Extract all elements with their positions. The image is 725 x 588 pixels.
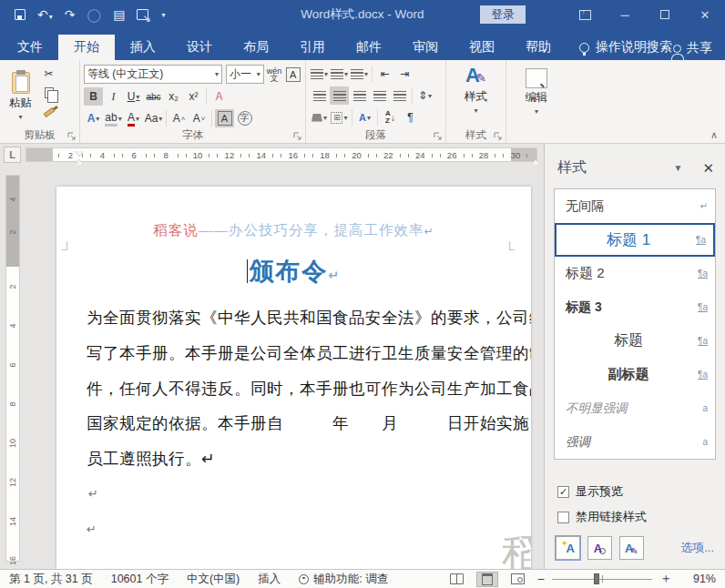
style-list-item[interactable]: 副标题 ¶a xyxy=(555,358,715,391)
ribbon-tab[interactable]: 帮助 xyxy=(510,35,567,60)
ribbon-tab[interactable]: 布局 xyxy=(228,35,284,60)
insert-mode-indicator[interactable]: 插入 xyxy=(258,572,281,587)
accessibility-status[interactable]: 辅助功能: 调查 xyxy=(299,572,388,587)
horizontal-ruler[interactable]: 24681012141618202224262830 xyxy=(26,147,537,162)
page-indicator[interactable]: 第 1 页, 共 31 页 xyxy=(9,572,93,587)
paste-button[interactable]: 粘贴 ▾ xyxy=(4,63,37,128)
paste-dropdown-icon[interactable]: ▾ xyxy=(18,113,22,121)
styles-gallery-button[interactable]: A✎ 样式 ▾ xyxy=(450,63,502,117)
zoom-slider-thumb[interactable] xyxy=(594,573,599,584)
sort-button[interactable]: AZ↓ xyxy=(381,108,400,127)
grow-font-button[interactable]: A˄ xyxy=(169,109,189,127)
superscript-button[interactable]: x² xyxy=(184,87,203,106)
tell-me-search[interactable]: 操作说明搜索 xyxy=(579,35,672,60)
hanging-indent-marker[interactable] xyxy=(75,159,84,165)
format-painter-icon[interactable] xyxy=(39,103,58,121)
print-layout-icon[interactable] xyxy=(476,572,498,587)
multilevel-list-button[interactable]: ▾ xyxy=(350,65,369,83)
distribute-button[interactable] xyxy=(390,86,409,105)
styles-options-link[interactable]: 选项... xyxy=(680,540,714,556)
clear-formatting-icon[interactable]: A xyxy=(209,87,229,106)
editing-button[interactable]: 编辑 ▾ xyxy=(510,63,563,117)
clipboard-dialog-launcher[interactable] xyxy=(67,132,77,141)
body-line[interactable]: 件，任何人不得违反。同时，本手册也可作为公司生产加工食品符合 xyxy=(87,371,511,407)
ribbon-tab[interactable]: 插入 xyxy=(115,35,171,60)
style-list-item[interactable]: 强调 a xyxy=(555,425,715,459)
asian-layout-button[interactable]: A▾ xyxy=(355,108,374,127)
undo-dropdown-icon[interactable]: ▾ xyxy=(49,13,53,21)
zoom-in-icon[interactable]: ＋ xyxy=(659,571,672,587)
ribbon-display-options-button[interactable] xyxy=(565,0,605,29)
document-page[interactable]: 稻客说——办公技巧分享，提高工作效率↵ ┘ └ 颁布令↵ 为全面贯彻落实《中华人… xyxy=(56,187,531,569)
zoom-slider[interactable] xyxy=(552,573,652,585)
bold-button[interactable]: B xyxy=(84,87,103,106)
strikethrough-button[interactable]: abc xyxy=(144,87,163,106)
form-properties-icon[interactable]: ▤ xyxy=(113,7,125,22)
bullets-button[interactable]: ▾ xyxy=(310,65,329,83)
vertical-ruler[interactable]: 42 246810121416 xyxy=(5,175,20,562)
first-line-indent-marker[interactable] xyxy=(75,151,84,157)
decrease-indent-icon[interactable]: ⇤ xyxy=(375,65,394,83)
style-list-item[interactable]: 无间隔 ↵ xyxy=(555,189,715,223)
ribbon-tab[interactable]: 引用 xyxy=(284,35,341,60)
borders-button[interactable]: ⊞▾ xyxy=(330,108,349,127)
font-size-dropdown-icon[interactable]: ▾ xyxy=(257,70,260,78)
styles-pane-close-icon[interactable]: ✕ xyxy=(702,160,714,177)
change-case-button[interactable]: Aa▾ xyxy=(144,109,163,127)
text-effects-button[interactable]: A▾ xyxy=(84,109,103,127)
subscript-button[interactable]: x₂ xyxy=(164,87,183,106)
align-center-button[interactable] xyxy=(330,86,349,105)
zoom-out-icon[interactable]: − xyxy=(537,572,545,586)
show-hide-marks-button[interactable]: ¶ xyxy=(401,108,420,127)
font-name-dropdown-icon[interactable]: ▾ xyxy=(215,70,219,78)
ribbon-tab[interactable]: 设计 xyxy=(171,35,228,60)
text-highlight-button[interactable]: ab▾ xyxy=(104,109,123,127)
style-inspector-button[interactable]: A xyxy=(587,536,612,560)
font-color-button[interactable]: A▾ xyxy=(124,109,143,127)
underline-dropdown-icon[interactable]: ▾ xyxy=(136,93,139,101)
zoom-percentage[interactable]: 91% xyxy=(685,573,716,585)
read-mode-icon[interactable] xyxy=(450,573,464,584)
checkbox-checked-icon[interactable]: ✓ xyxy=(557,486,569,498)
font-size-combobox[interactable]: 小一▾ xyxy=(226,65,264,84)
customize-qat-dropdown-icon[interactable]: ▾ xyxy=(161,11,165,19)
cut-icon[interactable]: ✂ xyxy=(39,65,58,83)
share-button[interactable]: 共享 xyxy=(673,40,712,56)
body-line[interactable]: 为全面贯彻落实《中华人民共和国食品安全法》的要求，公司编 xyxy=(87,300,511,336)
shrink-font-button[interactable]: A˅ xyxy=(189,109,209,127)
ribbon-tab[interactable]: 邮件 xyxy=(341,35,397,60)
ribbon-tab[interactable]: 审阅 xyxy=(397,35,454,60)
web-layout-icon[interactable] xyxy=(511,573,525,584)
styles-dialog-launcher[interactable] xyxy=(494,132,503,141)
phonetic-guide-icon[interactable]: wén文 xyxy=(266,66,283,84)
style-list-item[interactable]: 标题 1 ¶a xyxy=(555,223,715,257)
enclose-characters-button[interactable]: 字 xyxy=(235,109,254,127)
ribbon-tab[interactable]: 文件 xyxy=(2,35,58,60)
collapse-ribbon-icon[interactable]: ∧ xyxy=(710,129,718,141)
minimize-button[interactable]: ─ xyxy=(605,0,645,29)
document-header-line[interactable]: 稻客说——办公技巧分享，提高工作效率↵ xyxy=(56,221,531,240)
ribbon-tab[interactable]: 开始 xyxy=(58,35,115,60)
checkbox-unchecked-icon[interactable] xyxy=(557,512,569,523)
language-indicator[interactable]: 中文(中国) xyxy=(187,572,240,587)
tab-stop-selector[interactable]: L xyxy=(4,147,21,163)
font-dialog-launcher[interactable] xyxy=(293,132,302,141)
show-preview-checkbox[interactable]: ✓ 显示预览 xyxy=(557,483,725,500)
body-line[interactable]: 员工遵照执行。↵ xyxy=(87,441,511,477)
word-count[interactable]: 10601 个字 xyxy=(111,572,168,587)
disable-linked-styles-checkbox[interactable]: 禁用链接样式 xyxy=(557,509,725,525)
styles-dropdown-icon[interactable]: ▾ xyxy=(474,106,477,115)
copy-icon[interactable] xyxy=(39,84,58,102)
line-spacing-button[interactable]: ⇕▾ xyxy=(415,86,434,105)
italic-button[interactable]: I xyxy=(104,87,123,106)
restore-button[interactable] xyxy=(645,0,685,29)
save-icon[interactable] xyxy=(15,9,26,20)
styles-pane-dropdown-icon[interactable]: ▼ xyxy=(674,163,683,173)
numbering-button[interactable]: ▾ xyxy=(330,65,349,83)
undo-button[interactable]: ↶▾ xyxy=(37,7,53,22)
style-list-item[interactable]: 不明显强调 a xyxy=(555,391,715,425)
underline-button[interactable]: U▾ xyxy=(124,87,143,106)
right-indent-marker[interactable] xyxy=(531,159,540,165)
sign-in-button[interactable]: 登录 xyxy=(480,5,526,24)
align-left-button[interactable] xyxy=(310,86,329,105)
